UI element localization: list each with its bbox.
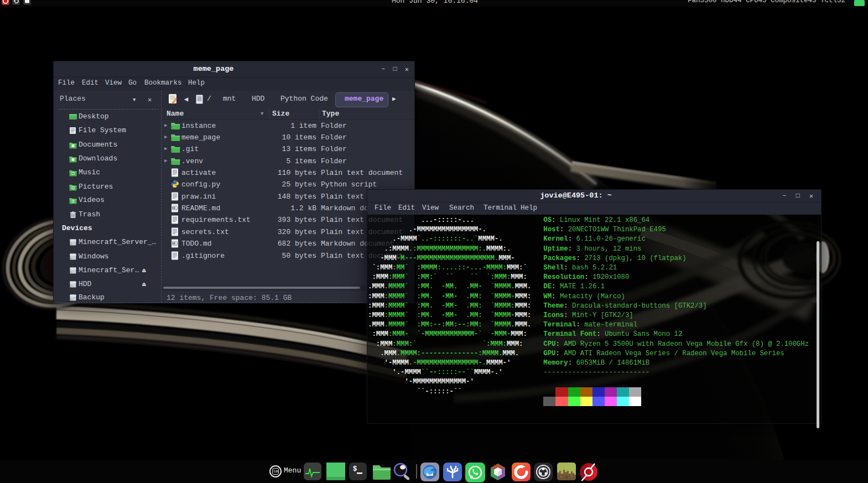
svg-text:M↓: M↓ — [173, 206, 177, 210]
svg-text:$: $ — [353, 465, 357, 473]
svg-text:M↓: M↓ — [173, 242, 177, 245]
